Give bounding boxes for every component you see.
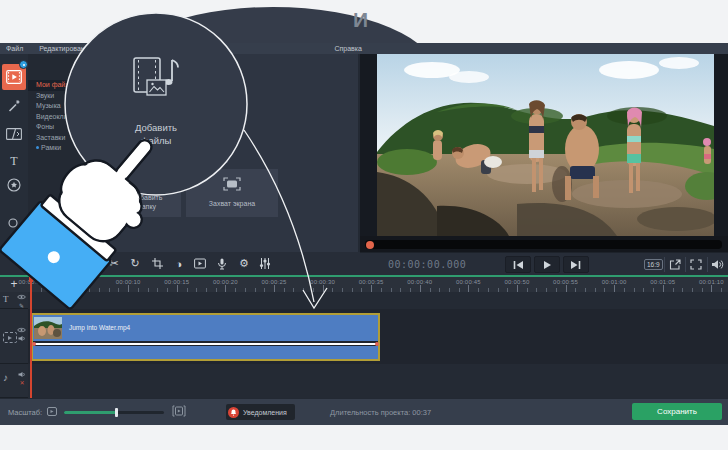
timeline-zoom-slider[interactable]: [64, 411, 164, 414]
add-folder-button[interactable]: Добавитьпапку: [113, 169, 181, 217]
category-backgrounds[interactable]: Фоны: [28, 122, 110, 133]
next-frame-icon: [570, 260, 582, 270]
clip-thumbnail: [34, 317, 62, 339]
undo-button[interactable]: ↶: [29, 252, 49, 275]
clip-link-separator: [33, 341, 378, 346]
split-button[interactable]: ✂: [104, 252, 124, 275]
preview-panel: 00:00:00.000 16:9: [360, 54, 728, 275]
category-list: Мои файлы Звуки Музыка Видеоклипы Фоны З…: [28, 54, 110, 264]
add-files-button[interactable]: Добавитьфайлы: [113, 56, 228, 163]
next-frame-button[interactable]: [563, 256, 589, 273]
link-handle-right[interactable]: [375, 342, 379, 346]
page-title-fragment: И: [353, 8, 368, 32]
delete-button[interactable]: [71, 252, 91, 275]
transitions-icon: [6, 128, 22, 140]
prev-frame-icon: [512, 260, 524, 270]
pan-zoom-button[interactable]: [190, 252, 210, 275]
crop-button[interactable]: [147, 252, 167, 275]
speaker-icon[interactable]: [18, 335, 26, 342]
playhead-cap[interactable]: [29, 277, 33, 282]
notification-bell-icon: [228, 407, 239, 418]
import-panel: Добавитьфайлы Добавитьпапку Захват экран…: [110, 54, 360, 264]
timeline-clip[interactable]: Jump into Water.mp4: [31, 313, 380, 361]
screen-capture-icon: [223, 177, 241, 193]
titles-T-icon: T: [10, 154, 17, 168]
crop-icon: [152, 258, 163, 269]
speaker-icon[interactable]: [18, 371, 26, 378]
project-duration-value: 00:37: [412, 408, 431, 417]
unlink-icon[interactable]: ✕: [19, 380, 24, 386]
video-track-header[interactable]: [0, 309, 28, 364]
seek-handle[interactable]: [366, 241, 374, 249]
category-sounds[interactable]: Звуки: [28, 91, 110, 102]
fullscreen-icon: [690, 259, 702, 270]
redo-button[interactable]: ↷: [49, 252, 69, 275]
audio-track-header[interactable]: ♪ ✕: [0, 364, 28, 398]
pencil-icon[interactable]: ✎: [19, 302, 24, 309]
sidebar-item-stickers[interactable]: [0, 178, 28, 196]
ruler-major-ticks: [31, 285, 728, 292]
preview-controls: 00:00:00.000 16:9: [360, 252, 728, 275]
play-button[interactable]: [534, 256, 560, 273]
detach-window-icon: [669, 259, 681, 270]
rotate-button[interactable]: ↻: [125, 252, 145, 275]
screen-capture-button[interactable]: Захват экрана: [186, 169, 278, 217]
pan-zoom-icon: [194, 258, 206, 269]
microphone-icon: [217, 258, 227, 270]
save-button[interactable]: Сохранить: [632, 403, 722, 420]
prev-frame-button[interactable]: [505, 256, 531, 273]
category-intros[interactable]: Заставки: [28, 133, 110, 144]
record-voice-button[interactable]: [212, 252, 232, 275]
link-handle-left[interactable]: [32, 342, 36, 346]
zoom-label: Масштаб:: [8, 408, 42, 417]
category-my-files[interactable]: Мои файлы: [28, 80, 110, 91]
audio-levels-button[interactable]: [255, 252, 275, 275]
category-music[interactable]: Музыка: [28, 101, 110, 112]
menu-file[interactable]: Файл: [6, 43, 23, 54]
menu-help[interactable]: Справка: [334, 43, 361, 54]
edit-toolbar: ↶ ↷ ✂ ↻ ◑: [0, 252, 360, 275]
menu-edit[interactable]: Редактирование: [39, 43, 92, 54]
notification-badge: [19, 60, 28, 69]
blue-dot-icon: [36, 146, 39, 149]
play-icon: [542, 260, 552, 270]
sliders-icon: [259, 258, 271, 269]
clip-audio-part[interactable]: [33, 346, 378, 359]
sidebar-item-shapes[interactable]: [0, 214, 28, 232]
clip-video-part[interactable]: Jump into Water.mp4: [33, 315, 378, 341]
seek-bar[interactable]: [365, 240, 722, 249]
menu-bar: Файл Редактирование Справка: [0, 43, 728, 54]
sidebar-item-transitions[interactable]: [0, 126, 28, 144]
slider-fill: [64, 411, 116, 414]
zoom-out-icon[interactable]: [47, 407, 57, 418]
media-clip-icon: [6, 70, 22, 84]
eye-icon[interactable]: [17, 327, 26, 333]
magic-wand-icon: [7, 99, 21, 113]
sidebar-rail: T: [0, 54, 28, 264]
title-track-lane[interactable]: [28, 292, 728, 309]
title-track-header[interactable]: T ✎: [0, 292, 28, 309]
zoom-in-icon[interactable]: [172, 405, 186, 419]
detach-preview-button[interactable]: [664, 257, 686, 272]
color-adjust-button[interactable]: ◑: [169, 252, 189, 275]
timeline-tracks: T ✎ ♪ ✕: [0, 292, 728, 398]
slider-handle[interactable]: [115, 408, 118, 417]
aspect-ratio-button[interactable]: 16:9: [643, 257, 664, 272]
eye-icon[interactable]: [17, 294, 26, 300]
trash-icon: [76, 258, 86, 270]
fullscreen-button[interactable]: [685, 257, 707, 272]
volume-button[interactable]: [707, 257, 728, 272]
clip-properties-button[interactable]: ⚙: [234, 252, 254, 275]
category-videoclips[interactable]: Видеоклипы: [28, 112, 110, 123]
playhead[interactable]: [30, 277, 32, 398]
audio-track-lane[interactable]: [28, 364, 728, 398]
video-frame[interactable]: [377, 54, 714, 236]
sidebar-item-titles[interactable]: T: [0, 151, 28, 169]
track-headers: T ✎ ♪ ✕: [0, 292, 28, 398]
notifications-button[interactable]: Уведомления: [226, 404, 295, 420]
video-track-icon: [3, 332, 17, 343]
audio-link-line[interactable]: [33, 343, 378, 345]
category-frames[interactable]: Рамки: [28, 143, 110, 154]
timeline-ruler[interactable]: + 00:00:00 00:00:05 00:00:10 00:00:15 00…: [0, 277, 728, 292]
sidebar-item-filters[interactable]: [0, 99, 28, 117]
